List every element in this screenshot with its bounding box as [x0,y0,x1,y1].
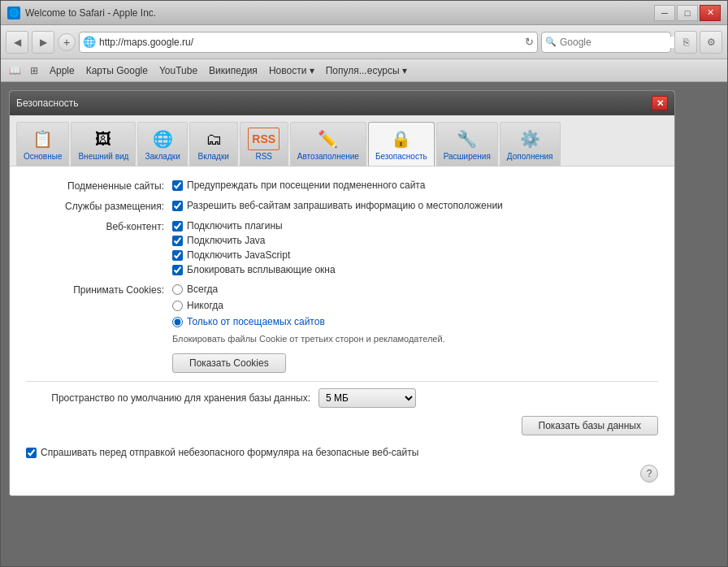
tab-advanced-icon: ⚙️ [517,128,543,150]
unsafe-form-label: Спрашивать перед отправкой небезопасного… [41,447,418,458]
dialog-title: Безопасность [16,97,79,109]
cookies-hint: Блокировать файлы Cookie от третьих стор… [172,334,658,344]
hosting-services-checkbox-label: Разрешить веб-сайтам запрашивать информа… [187,200,503,211]
hosting-services-label: Службы размещения: [26,200,172,212]
tab-rss[interactable]: RSS RSS [240,122,288,166]
search-input[interactable] [560,37,682,48]
cookies-radio-group: Всегда Никогда Только от посещаемых сайт… [172,284,658,347]
new-tab-button[interactable]: + [58,33,76,51]
cookies-control: Всегда Никогда Только от посещаемых сайт… [172,284,658,373]
tab-basic-label: Основные [24,152,62,161]
show-db-row: Показать базы данных [26,416,658,435]
bookmark-wikipedia[interactable]: Википедия [204,63,262,78]
help-button[interactable]: ? [640,465,658,483]
main-content: Безопасность ✕ 📋 Основные 🖼 Внешний вид … [1,82,727,566]
javascript-checkbox[interactable] [172,250,183,261]
window-controls: ─ □ ✕ [654,5,721,21]
hosting-services-checkbox[interactable] [172,201,183,211]
cookies-label: Принимать Cookies: [26,284,172,296]
plugins-label: Подключить плагины [187,220,283,232]
tab-security[interactable]: 🔒 Безопасность [368,122,435,166]
show-cookies-button[interactable]: Показать Cookies [172,353,286,373]
tab-bookmarks[interactable]: 🌐 Закладки [137,122,187,166]
popups-checkbox[interactable] [172,265,183,275]
dialog-title-bar: Безопасность ✕ [10,91,674,115]
tab-autofill[interactable]: ✏️ Автозаполнение [290,122,366,166]
tab-extensions-label: Расширения [444,152,491,161]
fake-sites-row: Подмененные сайты: Предупреждать при пос… [26,180,658,192]
web-content-label: Веб-контент: [26,220,172,232]
java-checkbox[interactable] [172,236,183,246]
hosting-services-control: Разрешить веб-сайтам запрашивать информа… [172,200,658,211]
dialog-close-button[interactable]: ✕ [652,96,668,110]
storage-select[interactable]: 1 МБ 2 МБ 5 МБ 10 МБ 50 МБ [318,388,416,408]
reading-list-icon[interactable]: 📖 [6,62,24,80]
cookies-never-radio[interactable] [172,301,183,311]
web-content-control: Подключить плагины Подключить Java Подкл… [172,220,658,275]
tab-basic[interactable]: 📋 Основные [16,122,69,166]
cookies-visited-label: Только от посещаемых сайтов [187,316,325,327]
bookmark-google-maps[interactable]: Карты Google [81,63,153,78]
title-bar: 🌐 Welcome to Safari - Apple Inc. ─ □ ✕ [1,1,727,25]
browser-window: 🌐 Welcome to Safari - Apple Inc. ─ □ ✕ ◀… [0,0,728,567]
bookmark-youtube[interactable]: YouTube [154,63,202,78]
security-dialog: Безопасность ✕ 📋 Основные 🖼 Внешний вид … [9,90,675,496]
tab-bookmarks-label: Закладки [145,152,180,161]
close-button[interactable]: ✕ [700,5,721,21]
fake-sites-control: Предупреждать при посещении подмененного… [172,180,658,191]
back-button[interactable]: ◀ [6,31,28,54]
plugins-checkbox[interactable] [172,221,183,232]
tab-rss-label: RSS [255,152,272,161]
separator [26,381,658,382]
cookies-row: Принимать Cookies: Всегда Никогда [26,284,658,373]
cookies-never-row: Никогда [172,300,658,311]
browser-toolbar: ◀ ▶ + 🌐 ↻ 🔍 ⎘ ⚙ [1,25,727,59]
tab-bookmarks-icon: 🌐 [150,128,176,150]
settings-button[interactable]: ⚙ [700,31,722,54]
dialog-body: Подмененные сайты: Предупреждать при пос… [10,167,674,496]
cookies-always-radio[interactable] [172,284,183,295]
tabs-icon[interactable]: ⊞ [25,62,43,80]
bookmark-apple[interactable]: Apple [45,63,80,78]
fake-sites-checkbox-label: Предупреждать при посещении подмененного… [187,180,425,191]
search-icon: 🔍 [545,37,557,47]
fake-sites-checkbox[interactable] [172,180,183,191]
tab-autofill-icon: ✏️ [315,128,341,150]
tab-appearance-icon: 🖼 [90,128,116,150]
hosting-services-checkbox-row: Разрешить веб-сайтам запрашивать информа… [172,200,658,211]
tab-advanced[interactable]: ⚙️ Дополнения [500,122,561,166]
cookies-visited-row: Только от посещаемых сайтов [172,316,658,327]
web-content-row: Веб-контент: Подключить плагины Подключи… [26,220,658,275]
fake-sites-label: Подмененные сайты: [26,180,172,192]
show-db-button[interactable]: Показать базы данных [522,416,659,435]
javascript-checkbox-row: Подключить JavaScript [172,249,658,261]
tab-tabs-icon: 🗂 [201,128,227,150]
dialog-tabs: 📋 Основные 🖼 Внешний вид 🌐 Закладки 🗂 Вк… [10,115,674,167]
browser-icon: 🌐 [7,6,20,19]
bookmarks-bar: 📖 ⊞ Apple Карты Google YouTube Википедия… [1,59,727,82]
toolbar-right: ⎘ ⚙ [674,31,722,54]
bookmark-resources[interactable]: Популя...есурсы ▾ [321,63,412,78]
address-input[interactable] [99,37,525,48]
address-bar-container: 🌐 ↻ [79,32,538,53]
storage-row: Пространство по умолчанию для хранения б… [26,388,658,408]
tab-basic-icon: 📋 [30,128,56,150]
javascript-label: Подключить JavaScript [187,249,290,261]
share-button[interactable]: ⎘ [674,31,697,54]
forward-button[interactable]: ▶ [32,31,54,54]
address-icon: 🌐 [83,36,96,48]
cookies-visited-radio[interactable] [172,317,183,327]
maximize-button[interactable]: □ [677,5,698,21]
cookies-never-label: Никогда [187,300,223,311]
tab-rss-icon: RSS [248,128,280,150]
window-title: Welcome to Safari - Apple Inc. [25,7,654,19]
refresh-button[interactable]: ↻ [525,36,534,48]
tab-extensions[interactable]: 🔧 Расширения [436,122,498,166]
tab-advanced-label: Дополнения [507,152,553,161]
tab-tabs[interactable]: 🗂 Вкладки [189,122,238,166]
minimize-button[interactable]: ─ [654,5,675,21]
tab-autofill-label: Автозаполнение [297,152,359,161]
tab-appearance[interactable]: 🖼 Внешний вид [71,122,136,166]
unsafe-form-checkbox[interactable] [26,448,37,458]
bookmark-news[interactable]: Новости ▾ [264,63,319,78]
